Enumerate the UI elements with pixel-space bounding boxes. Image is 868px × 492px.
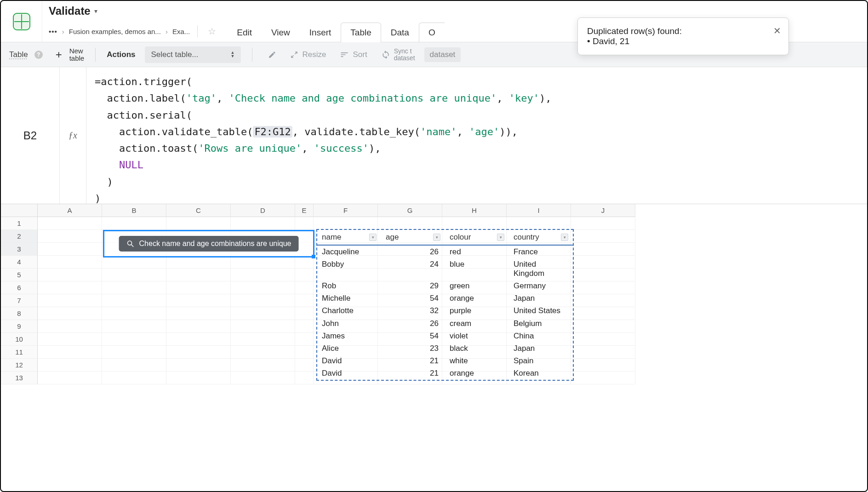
tab-data[interactable]: Data (381, 23, 419, 42)
cell[interactable] (166, 359, 231, 372)
cell[interactable] (102, 333, 166, 346)
cell[interactable] (231, 281, 295, 294)
cell[interactable] (571, 281, 635, 294)
cell[interactable] (38, 243, 102, 256)
select-table-dropdown[interactable]: Select table... ▲▼ (145, 46, 241, 63)
row-header-10[interactable]: 10 (1, 333, 38, 346)
action-trigger-button[interactable]: Check name and age combinations are uniq… (119, 236, 299, 252)
table-header-country[interactable]: country▾ (509, 230, 573, 245)
cell[interactable] (166, 281, 231, 294)
cell[interactable] (231, 307, 295, 320)
cell[interactable] (102, 359, 166, 372)
cell[interactable] (295, 346, 314, 359)
plus-icon[interactable]: + (56, 48, 62, 61)
row-header-5[interactable]: 5 (1, 269, 38, 281)
cell[interactable] (295, 307, 314, 320)
cell[interactable] (231, 269, 295, 281)
cell[interactable] (295, 320, 314, 333)
star-icon[interactable]: ☆ (205, 26, 219, 37)
cell[interactable] (314, 217, 378, 230)
row-header-9[interactable]: 9 (1, 320, 38, 333)
chevron-down-icon[interactable]: ▾ (497, 234, 504, 241)
table-row[interactable]: James54violetChina (317, 330, 573, 342)
row-header-1[interactable]: 1 (1, 217, 38, 230)
table-row[interactable]: Bobby24blueUnited Kingdom (317, 258, 573, 280)
cell[interactable] (166, 294, 231, 307)
app-logo[interactable] (1, 1, 42, 42)
cell[interactable] (102, 256, 166, 269)
row-header-3[interactable]: 3 (1, 243, 38, 256)
col-header-A[interactable]: A (38, 204, 102, 217)
edit-button[interactable] (263, 48, 281, 62)
cell[interactable] (231, 372, 295, 384)
breadcrumb-item-2[interactable]: Exa... (172, 28, 190, 35)
col-header-C[interactable]: C (166, 204, 231, 217)
table-row[interactable]: John26creamBelgium (317, 317, 573, 330)
cell[interactable] (102, 217, 166, 230)
cell[interactable] (571, 294, 635, 307)
row-header-13[interactable]: 13 (1, 372, 38, 384)
sync-button[interactable]: Sync tdataset (377, 45, 420, 64)
cell[interactable] (38, 269, 102, 281)
formula-input[interactable]: =action.trigger( action.label('tag', 'Ch… (86, 67, 867, 204)
cell[interactable] (166, 320, 231, 333)
resize-button[interactable]: Resize (286, 47, 331, 62)
cell[interactable] (166, 256, 231, 269)
row-header-2[interactable]: 2 (1, 230, 38, 243)
cell[interactable] (231, 333, 295, 346)
table-row[interactable]: Charlotte32purpleUnited States (317, 305, 573, 317)
cell[interactable] (38, 359, 102, 372)
col-header-G[interactable]: G (378, 204, 442, 217)
table-header-name[interactable]: name▾ (317, 230, 381, 245)
col-header-I[interactable]: I (507, 204, 571, 217)
cell[interactable] (295, 281, 314, 294)
cell[interactable] (295, 256, 314, 269)
cell[interactable] (102, 372, 166, 384)
cell[interactable] (295, 333, 314, 346)
cell[interactable] (571, 333, 635, 346)
table-row[interactable]: Michelle54orangeJapan (317, 292, 573, 305)
cell-reference[interactable]: B2 (1, 67, 60, 204)
row-header-7[interactable]: 7 (1, 294, 38, 307)
breadcrumb-ellipsis[interactable]: ••• (49, 28, 57, 35)
cell[interactable] (571, 269, 635, 281)
cell[interactable] (378, 217, 442, 230)
tab-table[interactable]: Table (341, 23, 381, 42)
cell[interactable] (38, 281, 102, 294)
cell[interactable] (166, 307, 231, 320)
col-header-E[interactable]: E (295, 204, 314, 217)
tab-view[interactable]: View (262, 23, 300, 42)
cell[interactable] (571, 307, 635, 320)
cell[interactable] (38, 346, 102, 359)
cell[interactable] (231, 256, 295, 269)
cell[interactable] (295, 359, 314, 372)
chevron-down-icon[interactable]: ▾ (561, 234, 568, 241)
cell[interactable] (231, 320, 295, 333)
grid-corner[interactable] (1, 204, 38, 217)
cell[interactable] (38, 372, 102, 384)
cell[interactable] (571, 217, 635, 230)
tab-insert[interactable]: Insert (300, 23, 341, 42)
cell[interactable] (102, 294, 166, 307)
cell[interactable] (102, 320, 166, 333)
col-header-J[interactable]: J (571, 204, 635, 217)
cell[interactable] (102, 269, 166, 281)
table-row[interactable]: Jacqueline26redFrance (317, 246, 573, 258)
title-dropdown-icon[interactable]: ▾ (94, 7, 97, 15)
table-row[interactable]: David21orangeKorean (317, 367, 573, 380)
cell[interactable] (38, 294, 102, 307)
cell[interactable] (102, 307, 166, 320)
cell[interactable] (231, 359, 295, 372)
table-header-colour[interactable]: colour▾ (445, 230, 509, 245)
dataset-chip[interactable]: dataset (424, 47, 461, 62)
cell[interactable] (295, 269, 314, 281)
cell[interactable] (571, 346, 635, 359)
table-row[interactable]: Rob29greenGermany (317, 280, 573, 292)
table-row[interactable]: Alice23blackJapan (317, 342, 573, 355)
cell[interactable] (571, 372, 635, 384)
cell[interactable] (38, 320, 102, 333)
cell[interactable] (166, 372, 231, 384)
cell[interactable] (295, 294, 314, 307)
close-icon[interactable]: ✕ (773, 25, 781, 36)
cell[interactable] (166, 333, 231, 346)
